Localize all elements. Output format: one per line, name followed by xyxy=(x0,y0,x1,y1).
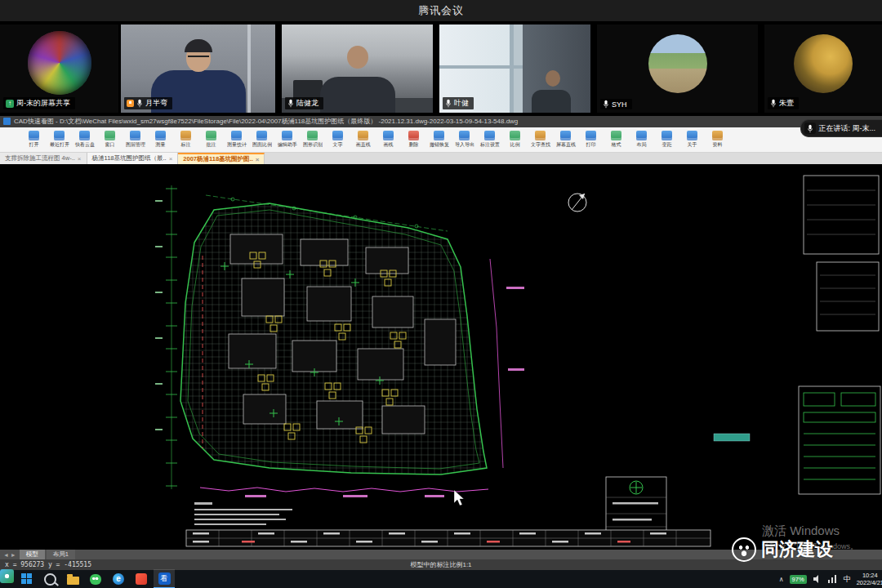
folder-icon xyxy=(67,577,79,585)
drawing-tab-1[interactable]: 杨浦118基坑围护图纸（最..× xyxy=(87,153,179,165)
search-icon xyxy=(44,573,56,586)
toolbar-icon xyxy=(155,131,166,140)
tab-close-icon[interactable]: × xyxy=(78,155,82,163)
toolbar-button-2[interactable]: 快看云盘 xyxy=(72,128,97,151)
toolbar-button-23[interactable]: 格式 xyxy=(604,128,629,151)
sheet-nav-icons[interactable]: ◄ ► xyxy=(3,552,16,558)
model-tab[interactable]: 模型 xyxy=(20,550,45,559)
toolbar-button-26[interactable]: 关于 xyxy=(679,128,705,151)
toolbar-button-3[interactable]: 窗口 xyxy=(97,128,122,151)
explorer-button[interactable] xyxy=(62,570,83,588)
wps-button[interactable] xyxy=(131,570,152,588)
wechat-button[interactable] xyxy=(85,570,106,588)
participant-tile-5[interactable]: 朱壹 xyxy=(764,24,882,113)
toolbar-icon xyxy=(459,131,470,140)
ime-indicator[interactable]: 中 xyxy=(844,574,851,585)
browser-button[interactable]: e xyxy=(108,570,129,588)
toolbar-button-27[interactable]: 资料 xyxy=(705,128,730,151)
toolbar-icon xyxy=(383,131,394,140)
toolbar-button-16[interactable]: 撤销恢复 xyxy=(426,128,452,151)
toolbar-label: 画直线 xyxy=(356,141,371,148)
toolbar-button-11[interactable]: 图形识别 xyxy=(300,128,325,151)
toolbar-icon xyxy=(282,131,292,140)
cad-canvas[interactable] xyxy=(0,164,882,550)
mic-icon xyxy=(804,122,816,134)
toolbar-button-22[interactable]: 打印 xyxy=(578,128,604,151)
battery-indicator[interactable]: 97% xyxy=(790,575,807,584)
toolbar-icon xyxy=(130,131,140,140)
participant-label: 朱壹 xyxy=(768,97,799,109)
cad-app-taskbar-button[interactable]: 看 xyxy=(154,569,175,588)
participant-tile-screen-share[interactable]: ↑ 周-末的屏幕共享 xyxy=(0,24,118,113)
toolbar-icon xyxy=(332,131,343,140)
search-button[interactable] xyxy=(39,570,60,588)
toolbar-button-13[interactable]: 画直线 xyxy=(350,128,376,151)
toolbar-button-0[interactable]: 打开 xyxy=(21,128,47,151)
toolbar-button-24[interactable]: 布局 xyxy=(629,128,654,151)
drawing-tab-0[interactable]: 支撑拆除施工流程图 4w-..× xyxy=(0,153,87,165)
participant-tile-3[interactable]: 叶健 xyxy=(439,24,590,113)
window-mullion xyxy=(439,65,523,69)
toolbar-button-14[interactable]: 画线 xyxy=(376,128,401,151)
toolbar-button-8[interactable]: 测量统计 xyxy=(224,128,249,151)
toolbar-button-12[interactable]: 文字 xyxy=(325,128,350,151)
person-glasses xyxy=(188,56,209,60)
toolbar-icon xyxy=(54,131,65,140)
toolbar-button-7[interactable]: 批注 xyxy=(198,128,224,151)
person-torso xyxy=(532,90,571,113)
toolbar-label: 打开 xyxy=(29,141,39,148)
screen-share-icon: ↑ xyxy=(6,100,14,108)
floating-widget-icon[interactable] xyxy=(0,569,14,583)
toolbar-icon xyxy=(105,131,115,140)
toolbar-button-1[interactable]: 最近打开 xyxy=(47,128,72,151)
toolbar-button-5[interactable]: 测量 xyxy=(148,128,173,151)
drawing-tab-2[interactable]: 2007杨浦118基坑围护图..× xyxy=(178,153,265,165)
tab-close-icon[interactable]: × xyxy=(256,156,260,163)
toolbar-label: 快看云盘 xyxy=(75,141,95,148)
toolbar-label: 标注 xyxy=(181,141,191,148)
brand-text: 同济建设 xyxy=(761,537,833,562)
mic-icon xyxy=(287,99,294,108)
layout-tab[interactable]: 布局1 xyxy=(47,550,75,559)
toolbar-button-6[interactable]: 标注 xyxy=(173,128,198,151)
participant-tile-1[interactable]: 月半弯 xyxy=(121,24,275,113)
toolbar-button-4[interactable]: 图层管理 xyxy=(122,128,148,151)
avatar xyxy=(648,34,707,93)
toolbar-button-19[interactable]: 比例 xyxy=(502,128,528,151)
toolbar-button-17[interactable]: 导入导出 xyxy=(452,128,477,151)
toolbar-label: 批注 xyxy=(207,141,216,148)
toolbar-icon xyxy=(611,131,621,140)
toolbar-icon xyxy=(231,131,242,140)
participant-tile-4[interactable]: SYH xyxy=(597,24,758,113)
network-icon[interactable] xyxy=(828,575,838,583)
toolbar-button-20[interactable]: 文字查找 xyxy=(528,128,553,151)
toolbar-button-9[interactable]: 图面比例 xyxy=(249,128,274,151)
toolbar-button-25[interactable]: 变距 xyxy=(654,128,679,151)
toolbar-label: 打印 xyxy=(586,141,596,148)
cad-drawing xyxy=(0,164,882,550)
tray-expand-icon[interactable]: ∧ xyxy=(779,576,784,583)
toolbar-icon xyxy=(510,131,520,140)
toolbar-button-15[interactable]: 删除 xyxy=(401,128,426,151)
speaking-indicator[interactable]: 正在讲话: 周-末... xyxy=(800,119,882,137)
participant-name: 叶健 xyxy=(454,98,469,109)
toolbar-icon xyxy=(535,131,546,140)
toolbar-label: 文字查找 xyxy=(531,141,550,148)
toolbar-button-10[interactable]: 编辑助手 xyxy=(274,128,300,151)
start-button[interactable] xyxy=(16,570,38,588)
clock[interactable]: 10:24 2022/4/21 xyxy=(857,572,882,587)
toolbar-label: 图形识别 xyxy=(303,141,323,148)
person-torso xyxy=(320,77,395,113)
system-tray: ∧ 97% 中 10:24 2022/4/21 xyxy=(779,570,882,588)
toolbar-button-18[interactable]: 标注设置 xyxy=(477,128,502,151)
meeting-titlebar: 腾讯会议 xyxy=(0,0,882,21)
brand-logo-icon xyxy=(732,537,756,562)
toolbar-icon xyxy=(687,131,697,140)
volume-icon[interactable] xyxy=(813,575,822,583)
tab-close-icon[interactable]: × xyxy=(169,155,173,163)
toolbar-label: 图面比例 xyxy=(252,141,272,148)
windows-taskbar: e 看 ∧ 97% 中 10:24 2022/4/21 xyxy=(0,570,882,588)
participant-tile-2[interactable]: 陆健龙 xyxy=(282,24,433,113)
toolbar-button-21[interactable]: 屏幕直线 xyxy=(553,128,578,151)
drawing-tab-label: 支撑拆除施工流程图 4w-.. xyxy=(5,154,75,163)
